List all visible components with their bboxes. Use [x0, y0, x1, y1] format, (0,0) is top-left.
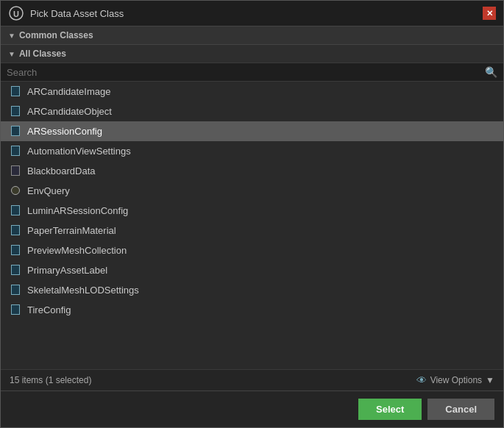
- item-label: TireConfig: [27, 304, 71, 315]
- item-icon-data-asset: [10, 105, 21, 117]
- item-label: BlackboardData: [27, 165, 96, 176]
- view-options-label: View Options: [430, 375, 482, 385]
- all-classes-arrow: ▼: [8, 50, 15, 58]
- list-item[interactable]: SkeletalMeshLODSettings: [1, 280, 503, 300]
- item-icon-data-asset: [10, 145, 21, 157]
- search-input[interactable]: [7, 67, 485, 78]
- list-item[interactable]: PaperTerrainMaterial: [1, 221, 503, 240]
- item-icon-data-asset: [10, 204, 21, 216]
- item-icon-blackboard: [10, 165, 21, 176]
- list-item[interactable]: LuminARSessionConfig: [1, 201, 503, 221]
- pick-data-asset-dialog: U Pick Data Asset Class ✕ ▼ Common Class…: [0, 0, 504, 428]
- status-text: 15 items (1 selected): [10, 375, 91, 385]
- list-item[interactable]: BlackboardData: [1, 161, 503, 181]
- list-item[interactable]: ARSessionConfig: [1, 121, 503, 141]
- item-label: PrimaryAssetLabel: [27, 265, 107, 276]
- item-icon-data-asset: [10, 125, 21, 137]
- item-label: ARCandidateImage: [27, 86, 110, 97]
- list-item[interactable]: AutomationViewSettings: [1, 141, 503, 161]
- view-options-chevron: ▼: [486, 375, 494, 385]
- status-bar: 15 items (1 selected) 👁 View Options ▼: [1, 369, 503, 390]
- common-classes-arrow: ▼: [8, 32, 15, 40]
- item-label: EnvQuery: [27, 185, 70, 196]
- item-icon-env-query: [10, 185, 21, 196]
- common-classes-section[interactable]: ▼ Common Classes: [1, 26, 503, 45]
- item-label: PreviewMeshCollection: [27, 245, 127, 256]
- item-label: PaperTerrainMaterial: [27, 225, 116, 236]
- title-bar: U Pick Data Asset Class ✕: [1, 1, 503, 26]
- select-button[interactable]: Select: [358, 399, 422, 420]
- all-classes-label: All Classes: [19, 49, 66, 59]
- class-list: ARCandidateImageARCandidateObjectARSessi…: [1, 82, 503, 369]
- item-icon-data-asset: [10, 224, 21, 236]
- item-label: SkeletalMeshLODSettings: [27, 285, 139, 296]
- list-item[interactable]: ARCandidateImage: [1, 82, 503, 101]
- view-options-button[interactable]: 👁 View Options ▼: [416, 374, 494, 386]
- search-icon: 🔍: [485, 66, 497, 78]
- item-icon-data-asset: [10, 284, 21, 296]
- dialog-title: Pick Data Asset Class: [30, 8, 124, 19]
- all-classes-section[interactable]: ▼ All Classes: [1, 45, 503, 63]
- eye-icon: 👁: [416, 374, 427, 386]
- list-item[interactable]: ARCandidateObject: [1, 101, 503, 121]
- list-item[interactable]: EnvQuery: [1, 181, 503, 201]
- dialog-footer: Select Cancel: [1, 390, 503, 427]
- list-item[interactable]: PreviewMeshCollection: [1, 240, 503, 260]
- common-classes-label: Common Classes: [19, 30, 93, 40]
- item-icon-data-asset: [10, 304, 21, 315]
- cancel-button[interactable]: Cancel: [427, 399, 494, 420]
- item-icon-data-asset: [10, 244, 21, 256]
- item-icon-data-asset: [10, 264, 21, 276]
- item-label: ARSessionConfig: [27, 126, 102, 137]
- dialog-content: ▼ Common Classes ▼ All Classes 🔍 ARCandi…: [1, 26, 503, 369]
- item-label: LuminARSessionConfig: [27, 205, 128, 216]
- title-bar-left: U Pick Data Asset Class: [8, 5, 124, 21]
- ue-logo-icon: U: [8, 5, 24, 21]
- item-icon-data-asset: [10, 85, 21, 97]
- item-label: AutomationViewSettings: [27, 146, 131, 157]
- list-item[interactable]: PrimaryAssetLabel: [1, 260, 503, 280]
- item-label: ARCandidateObject: [27, 106, 112, 117]
- list-item[interactable]: TireConfig: [1, 300, 503, 320]
- search-bar: 🔍: [1, 63, 503, 82]
- list-container: ARCandidateImageARCandidateObjectARSessi…: [1, 82, 503, 369]
- svg-text:U: U: [13, 10, 19, 18]
- close-button[interactable]: ✕: [483, 7, 496, 20]
